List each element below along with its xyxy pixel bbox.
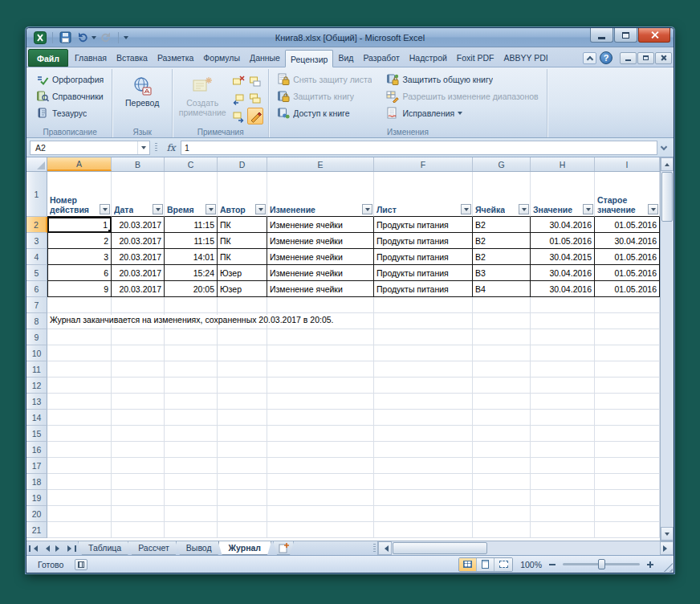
sheet-tab-raschet[interactable]: Рассчет: [128, 541, 180, 555]
help-button[interactable]: ?: [600, 51, 612, 64]
cell-I6[interactable]: 01.05.2016: [595, 281, 660, 297]
column-header-D[interactable]: D: [218, 157, 267, 171]
page-layout-view-button[interactable]: [477, 558, 494, 571]
undo-dropdown-icon[interactable]: [92, 36, 96, 42]
ribbon-tab-developer[interactable]: Разработ: [358, 49, 404, 67]
formula-bar-splitter[interactable]: [150, 141, 161, 155]
track-changes-button[interactable]: Исправления: [383, 104, 541, 121]
spelling-button[interactable]: Орфография: [33, 71, 107, 88]
previous-comment-button[interactable]: [230, 90, 246, 107]
filter-button-a[interactable]: [100, 204, 110, 214]
minimize-button[interactable]: [590, 28, 613, 43]
first-sheet-button[interactable]: [26, 541, 39, 555]
show-ink-button[interactable]: [247, 108, 263, 124]
row-header-20[interactable]: 20: [26, 506, 47, 522]
cell-I2[interactable]: 01.05.2016: [595, 217, 660, 233]
share-workbook-button[interactable]: Доступ к книге: [274, 104, 375, 121]
sheet-tab-vyvod[interactable]: Вывод: [176, 541, 222, 555]
empty-cells[interactable]: [47, 442, 674, 458]
cell-A2[interactable]: 1: [47, 217, 112, 233]
record-macro-button[interactable]: [75, 559, 88, 570]
workbook-restore-button[interactable]: [637, 52, 654, 64]
ribbon-tab-data[interactable]: Данные: [245, 49, 285, 67]
cell-F6[interactable]: Продукты питания: [374, 281, 473, 297]
filter-button-c[interactable]: [206, 204, 216, 214]
ribbon-tab-review[interactable]: Рецензир: [285, 50, 333, 67]
cell-C4[interactable]: 14:01: [165, 249, 218, 265]
cell-C2[interactable]: 11:15: [165, 217, 218, 233]
cell-I5[interactable]: 01.05.2016: [595, 265, 660, 281]
formula-input[interactable]: 1: [181, 141, 657, 155]
zoom-out-button[interactable]: [547, 559, 558, 570]
cell-F1[interactable]: Лист: [374, 172, 473, 217]
ribbon-tab-formulas[interactable]: Формулы: [198, 49, 245, 67]
cell-D1[interactable]: Автор: [218, 172, 267, 217]
cell-H1[interactable]: Значение: [531, 172, 595, 217]
cell-B5[interactable]: 20.03.2017: [112, 265, 165, 281]
cell-G2[interactable]: B2: [473, 217, 531, 233]
row-header-17[interactable]: 17: [26, 458, 47, 474]
zoom-level[interactable]: 100%: [518, 560, 542, 569]
column-header-I[interactable]: I: [595, 157, 660, 171]
horizontal-scrollbar[interactable]: [377, 541, 674, 555]
empty-cells[interactable]: [47, 378, 674, 394]
show-all-comments-button[interactable]: [247, 90, 263, 107]
cell-I1[interactable]: Старое значение: [595, 172, 660, 217]
select-all-corner[interactable]: [26, 157, 47, 171]
qat-customize-icon[interactable]: [124, 36, 128, 42]
scroll-up-button[interactable]: [661, 157, 674, 171]
last-sheet-button[interactable]: [65, 541, 78, 555]
horizontal-scroll-thumb[interactable]: [393, 542, 487, 554]
ribbon-tab-addins[interactable]: Надстрой: [405, 49, 452, 67]
empty-cells[interactable]: [47, 490, 674, 506]
row-header-8[interactable]: 8: [26, 313, 47, 329]
next-sheet-button[interactable]: [52, 541, 65, 555]
cell-E1[interactable]: Изменение: [267, 172, 374, 217]
cell-A5[interactable]: 6: [47, 265, 112, 281]
cell-I3[interactable]: 30.04.2016: [595, 233, 660, 249]
ribbon-tab-layout[interactable]: Разметка: [153, 49, 198, 67]
row-header-19[interactable]: 19: [26, 490, 47, 506]
maximize-button[interactable]: [614, 28, 637, 43]
row-header-3[interactable]: 3: [26, 233, 47, 249]
page-break-view-button[interactable]: [494, 558, 512, 571]
normal-view-button[interactable]: [459, 558, 477, 571]
save-button[interactable]: [58, 31, 72, 45]
row-header-16[interactable]: 16: [26, 442, 47, 458]
thesaurus-button[interactable]: Тезаурус: [33, 104, 107, 121]
row-header-14[interactable]: 14: [26, 410, 47, 426]
cell-B2[interactable]: 20.03.2017: [112, 217, 165, 233]
vertical-scrollbar[interactable]: [660, 157, 674, 541]
protect-shared-workbook-button[interactable]: Защитить общую книгу: [383, 71, 541, 88]
cell-E2[interactable]: Изменение ячейки: [267, 217, 374, 233]
cell-F4[interactable]: Продукты питания: [374, 249, 473, 265]
cell-A3[interactable]: 2: [47, 233, 112, 249]
filter-button-g[interactable]: [519, 204, 529, 214]
cell-H2[interactable]: 30.04.2016: [531, 217, 595, 233]
show-hide-comment-button[interactable]: [247, 72, 263, 89]
allow-edit-ranges-button[interactable]: Разрешить изменение диапазонов: [383, 88, 541, 104]
empty-cells[interactable]: [47, 410, 674, 426]
name-box-dropdown[interactable]: [137, 141, 149, 154]
new-comment-button[interactable]: Создать примечание: [177, 71, 227, 125]
column-header-E[interactable]: E: [267, 157, 374, 171]
workbook-close-button[interactable]: [655, 52, 672, 64]
filter-button-h[interactable]: [583, 204, 593, 214]
insert-function-button[interactable]: fx: [161, 141, 181, 155]
previous-sheet-button[interactable]: [39, 541, 52, 555]
row-header-18[interactable]: 18: [26, 474, 47, 490]
cell-D2[interactable]: ПК: [218, 217, 267, 233]
cell-F2[interactable]: Продукты питания: [374, 217, 473, 233]
cell-D4[interactable]: ПК: [218, 249, 267, 265]
cell-E4[interactable]: Изменение ячейки: [267, 249, 374, 265]
zoom-slider[interactable]: [563, 563, 640, 565]
delete-comment-button[interactable]: [230, 72, 246, 89]
unprotect-sheet-button[interactable]: Снять защиту листа: [274, 71, 375, 88]
empty-cells[interactable]: [47, 361, 674, 378]
cell-A1[interactable]: Номер действия: [47, 172, 112, 217]
row-header-9[interactable]: 9: [26, 329, 47, 345]
column-header-C[interactable]: C: [165, 157, 218, 171]
cell-B3[interactable]: 20.03.2017: [112, 233, 165, 249]
empty-cells[interactable]: [47, 394, 674, 410]
row-header-7[interactable]: 7: [26, 297, 47, 313]
